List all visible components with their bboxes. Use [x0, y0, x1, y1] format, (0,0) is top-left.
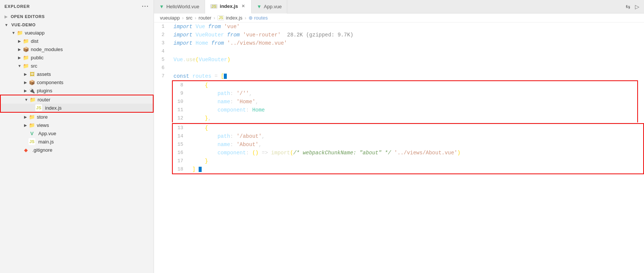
line-content: import VueRouter from 'vue-router' 28.2K…: [172, 31, 644, 39]
arrow-icon: ▶: [23, 115, 29, 119]
line-content: {: [191, 81, 637, 89]
line-content: name: 'Home',: [191, 98, 637, 106]
code-line-1: 1 import Vue from 'vue': [154, 23, 644, 31]
code-line-5: 5 Vue.use(VueRouter): [154, 56, 644, 64]
arrow-icon: ▶: [23, 72, 29, 76]
tree-label: components: [37, 80, 63, 85]
line-number: 17: [173, 157, 191, 165]
breadcrumb-src: src: [186, 15, 192, 21]
js-tab-icon: JS: [210, 4, 217, 9]
line-number: 2: [154, 31, 172, 39]
tab-label: HelloWorld.vue: [166, 4, 199, 9]
tree-item-main-js[interactable]: ▶ JS main.js: [0, 137, 154, 146]
arrow-icon: ▶: [23, 80, 29, 84]
line-number: 7: [154, 72, 172, 80]
tree-item-src[interactable]: ▼ 📁 src: [0, 62, 154, 70]
tree-item-router[interactable]: ▼ 📁 router: [0, 95, 154, 104]
tree-label: store: [37, 114, 48, 120]
arrow-icon: ▶: [17, 39, 23, 43]
folder-icon: 📁: [23, 62, 29, 69]
highlight-box-1: 8 { 9 path: '/'', 10 name: 'Home', 11 co…: [172, 80, 638, 122]
tree-label: node_modules: [31, 47, 63, 52]
tree-label: vueuiapp: [25, 30, 45, 36]
folder-icon: 📁: [29, 96, 36, 103]
tree-item-app-vue[interactable]: ▶ V App.vue: [0, 129, 154, 137]
folder-icon: 📁: [29, 122, 35, 128]
arrow-icon: ▼: [11, 31, 17, 35]
tree-label: index.js: [45, 105, 62, 111]
folder-icon: 🖼: [29, 71, 35, 77]
run-icon[interactable]: ▷: [635, 3, 639, 10]
code-line-18: 18 ]: [173, 165, 643, 173]
code-line-10: 10 name: 'Home',: [173, 98, 637, 106]
split-editor-icon[interactable]: ⇆: [626, 3, 630, 10]
line-content: path: '/'',: [191, 89, 637, 98]
code-line-17: 17 }: [173, 157, 643, 165]
code-area[interactable]: 1 import Vue from 'vue' 2 import VueRout…: [154, 23, 644, 273]
tree-label: src: [31, 63, 37, 69]
line-number: 3: [154, 39, 172, 47]
line-number: 8: [173, 81, 191, 89]
tree-label: router: [38, 97, 50, 103]
tree-label: dist: [31, 38, 38, 44]
line-content: path: '/about',: [191, 132, 643, 140]
line-content: name: 'About',: [191, 140, 643, 149]
sidebar-title: Explorer: [5, 4, 30, 9]
tab-appvue[interactable]: ▼ App.vue: [252, 0, 288, 14]
tree-item-views[interactable]: ▶ 📁 views: [0, 121, 154, 129]
arrow-icon: ▶: [23, 89, 29, 93]
tree-item-components[interactable]: ▶ 📦 components: [0, 78, 154, 86]
line-content: component: () => import(/* webpackChunkN…: [191, 149, 643, 157]
tab-indexjs[interactable]: JS index.js ✕: [205, 0, 252, 14]
breadcrumb-route-icon: ⊛: [249, 15, 253, 21]
tree-item-node-modules[interactable]: ▶ 📦 node_modules: [0, 45, 154, 53]
sidebar-menu-icon[interactable]: ···: [142, 3, 149, 10]
code-line-14: 14 path: '/about',: [173, 132, 643, 140]
tab-close-button[interactable]: ✕: [240, 3, 246, 9]
arrow-icon: ▶: [17, 56, 23, 60]
code-line-2: 2 import VueRouter from 'vue-router' 28.…: [154, 31, 644, 39]
line-number: 12: [173, 114, 191, 122]
line-content: Vue.use(VueRouter): [172, 56, 644, 64]
folder-icon: 🔌: [29, 87, 35, 94]
tree-item-dist[interactable]: ▶ 📁 dist: [0, 37, 154, 45]
tree-item-vueuiapp[interactable]: ▼ 📁 vueuiapp: [0, 29, 154, 37]
tree-label: .gitignore: [32, 147, 52, 153]
tree-item-assets[interactable]: ▶ 🖼 assets: [0, 70, 154, 78]
line-number: 11: [173, 106, 191, 114]
tab-helloworld[interactable]: ▼ HelloWorld.vue: [154, 0, 205, 14]
tabs-actions: ⇆ ▷: [621, 3, 644, 10]
breadcrumb-routes: routes: [254, 15, 268, 21]
line-number: 18: [173, 165, 191, 173]
line-number: 10: [173, 98, 191, 106]
tree-item-index-js[interactable]: ▶ JS index.js: [0, 104, 154, 113]
line-number: 1: [154, 23, 172, 31]
code-line-9: 9 path: '/'',: [173, 89, 637, 98]
tree-item-public[interactable]: ▶ 📁 public: [0, 53, 154, 62]
editor: ▼ HelloWorld.vue JS index.js ✕ ▼ App.vue…: [154, 0, 644, 273]
code-line-16: 16 component: () => import(/* webpackChu…: [173, 149, 643, 157]
breadcrumb-router: router: [199, 15, 211, 21]
sidebar-header: Explorer ···: [0, 0, 154, 13]
line-content: import Vue from 'vue': [172, 23, 644, 31]
tree-item-gitignore[interactable]: ▶ ◆ .gitignore: [0, 146, 154, 154]
arrow-icon: ▼: [17, 64, 23, 68]
vue-tab-icon: ▼: [257, 4, 262, 9]
tree-label: main.js: [38, 139, 54, 145]
code-line-11: 11 component: Home: [173, 106, 637, 114]
vue-file-icon: V: [29, 130, 35, 137]
line-content: const routes = [: [172, 72, 644, 80]
code-line-13: 13 {: [173, 124, 643, 132]
line-content: component: Home: [191, 106, 637, 114]
sidebar: Explorer ··· ▶ Open Editors ▼ Vue-Demo ▼…: [0, 0, 154, 273]
code-line-15: 15 name: 'About',: [173, 140, 643, 149]
arrow-icon: ▶: [23, 123, 29, 127]
tree-label: public: [31, 55, 44, 60]
line-content: import Home from '../views/Home.vue': [172, 39, 644, 47]
tree-item-store[interactable]: ▶ 📁 store: [0, 113, 154, 121]
line-number: 5: [154, 56, 172, 64]
tree-item-plugins[interactable]: ▶ 🔌 plugins: [0, 86, 154, 95]
line-number: 9: [173, 89, 191, 98]
arrow-icon: ▶: [17, 47, 23, 51]
line-number: 4: [154, 47, 172, 56]
